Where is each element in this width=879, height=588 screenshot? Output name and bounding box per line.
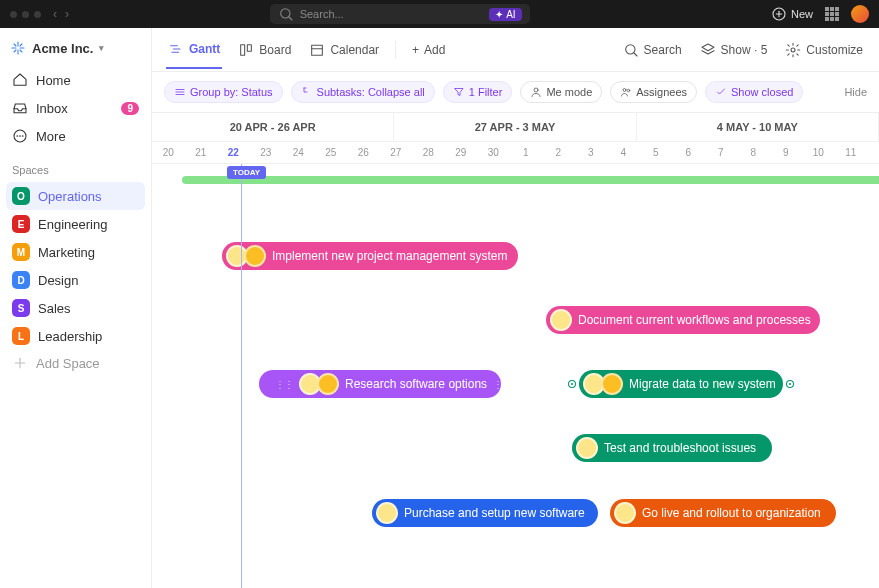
view-tabs: Gantt Board Calendar + Add Search	[152, 28, 879, 72]
space-label: Marketing	[38, 245, 95, 260]
hide-button[interactable]: Hide	[844, 86, 867, 98]
add-space-button[interactable]: Add Space	[6, 350, 145, 376]
gantt-task[interactable]: Test and troubleshoot issues	[572, 434, 772, 462]
svg-point-21	[534, 88, 538, 92]
task-label: Migrate data to new system	[629, 377, 776, 391]
dependency-dot[interactable]	[787, 381, 793, 387]
assignee-avatar[interactable]	[376, 502, 398, 524]
day-header: 26	[347, 142, 380, 163]
tab-gantt[interactable]: Gantt	[166, 31, 222, 69]
nav-home[interactable]: Home	[6, 66, 145, 94]
svg-point-22	[623, 89, 626, 92]
svg-line-1	[289, 17, 292, 20]
inbox-icon	[12, 100, 28, 116]
ai-badge[interactable]: ✦ AI	[489, 8, 521, 21]
home-icon	[12, 72, 28, 88]
assignee-avatar[interactable]	[244, 245, 266, 267]
new-button[interactable]: New	[771, 6, 813, 22]
gantt-chart[interactable]: TODAY Implement new project management s…	[152, 164, 879, 588]
nav-inbox[interactable]: Inbox 9	[6, 94, 145, 122]
nav-more[interactable]: More	[6, 122, 145, 150]
day-header: 6	[672, 142, 705, 163]
group-by-chip[interactable]: Group by: Status	[164, 81, 283, 103]
assignee-avatar[interactable]	[576, 437, 598, 459]
gantt-task[interactable]: Migrate data to new system	[579, 370, 783, 398]
day-header: 4	[607, 142, 640, 163]
today-marker: TODAY	[227, 166, 266, 179]
svg-point-7	[20, 136, 21, 137]
gantt-task[interactable]: Purchase and setup new software	[372, 499, 598, 527]
gantt-task[interactable]: Go live and rollout to organization	[610, 499, 836, 527]
week-header: 4 MAY - 10 MAY	[637, 113, 879, 141]
assignee-avatar[interactable]	[317, 373, 339, 395]
day-header: 25	[315, 142, 348, 163]
search-button[interactable]: Search	[621, 32, 684, 68]
more-icon	[12, 128, 28, 144]
sparkle-icon: ✦	[495, 9, 503, 20]
gantt-task[interactable]: Implement new project management system	[222, 242, 518, 270]
day-header: 22	[217, 142, 250, 163]
layers-icon	[700, 42, 716, 58]
search-placeholder: Search...	[300, 8, 344, 20]
workspace-selector[interactable]: Acme Inc. ▾	[6, 36, 145, 66]
space-item-sales[interactable]: SSales	[6, 294, 145, 322]
user-avatar[interactable]	[851, 5, 869, 23]
day-header: 21	[185, 142, 218, 163]
show-closed-chip[interactable]: Show closed	[705, 81, 803, 103]
day-header: 5	[640, 142, 673, 163]
show-button[interactable]: Show · 5	[698, 32, 770, 68]
apps-icon[interactable]	[825, 7, 839, 21]
customize-button[interactable]: Customize	[783, 32, 865, 68]
space-item-leadership[interactable]: LLeadership	[6, 322, 145, 350]
add-view-button[interactable]: + Add	[410, 33, 447, 67]
space-label: Operations	[38, 189, 102, 204]
tab-board[interactable]: Board	[236, 32, 293, 68]
global-search[interactable]: Search... ✦ AI	[270, 4, 530, 24]
gantt-task[interactable]: Document current workflows and processes	[546, 306, 820, 334]
subtask-icon	[301, 86, 313, 98]
forward-icon[interactable]: ›	[65, 7, 69, 21]
board-icon	[238, 42, 254, 58]
back-icon[interactable]: ‹	[53, 7, 57, 21]
assignee-avatar[interactable]	[550, 309, 572, 331]
space-icon: L	[12, 327, 30, 345]
me-mode-chip[interactable]: Me mode	[520, 81, 602, 103]
dependency-dot[interactable]	[569, 381, 575, 387]
filter-chip[interactable]: 1 Filter	[443, 81, 513, 103]
day-header: 1	[510, 142, 543, 163]
space-item-marketing[interactable]: MMarketing	[6, 238, 145, 266]
space-item-engineering[interactable]: EEngineering	[6, 210, 145, 238]
assignee-avatar[interactable]	[614, 502, 636, 524]
drag-handle-icon[interactable]: ⋮⋮	[275, 379, 293, 390]
space-icon: M	[12, 243, 30, 261]
day-header: 11	[835, 142, 868, 163]
task-label: Purchase and setup new software	[404, 506, 585, 520]
task-label: Test and troubleshoot issues	[604, 441, 756, 455]
svg-point-20	[791, 48, 795, 52]
window-controls[interactable]	[10, 11, 41, 18]
today-line	[241, 164, 242, 588]
assignees-chip[interactable]: Assignees	[610, 81, 697, 103]
space-item-design[interactable]: DDesign	[6, 266, 145, 294]
history-nav[interactable]: ‹ ›	[53, 7, 69, 21]
space-item-operations[interactable]: OOperations	[6, 182, 145, 210]
day-header: 27	[380, 142, 413, 163]
day-header: 29	[445, 142, 478, 163]
svg-point-6	[17, 136, 18, 137]
stack-icon	[174, 86, 186, 98]
assignee-avatar[interactable]	[601, 373, 623, 395]
svg-point-8	[22, 136, 23, 137]
tab-calendar[interactable]: Calendar	[307, 32, 381, 68]
chevron-down-icon: ▾	[99, 43, 104, 53]
subtasks-chip[interactable]: Subtasks: Collapse all	[291, 81, 435, 103]
week-header: 27 APR - 3 MAY	[394, 113, 636, 141]
filter-bar: Group by: Status Subtasks: Collapse all …	[152, 72, 879, 112]
drag-handle-icon[interactable]: ⋮⋮	[493, 379, 511, 390]
svg-rect-14	[241, 44, 245, 55]
day-header: 2	[542, 142, 575, 163]
svg-point-18	[625, 44, 634, 53]
timeline-header: 20 APR - 26 APR27 APR - 3 MAY4 MAY - 10 …	[152, 112, 879, 164]
sidebar: Acme Inc. ▾ Home Inbox 9 More Spaces OOp…	[0, 28, 152, 588]
svg-rect-15	[248, 44, 252, 51]
gantt-task[interactable]: ⋮⋮Research software options⋮⋮	[259, 370, 501, 398]
